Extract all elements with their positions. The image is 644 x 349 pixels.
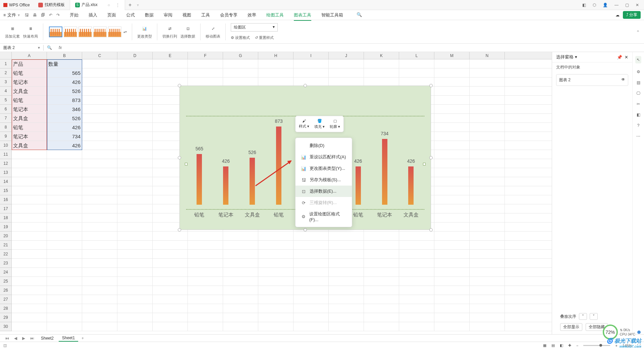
cell[interactable] — [364, 241, 399, 249]
cell[interactable] — [434, 177, 470, 186]
cell[interactable] — [117, 286, 153, 295]
cell[interactable]: 文具盒 — [12, 114, 47, 122]
cell[interactable] — [258, 322, 293, 331]
row-header[interactable]: 28 — [0, 304, 12, 313]
cell[interactable] — [82, 96, 117, 104]
cell[interactable] — [364, 59, 399, 68]
cell[interactable] — [364, 286, 399, 295]
fx-icon[interactable]: fx — [55, 45, 65, 50]
menu-reset-match[interactable]: 📊重设以匹配样式(A) — [296, 151, 352, 163]
cell[interactable]: 526 — [47, 114, 82, 122]
cell[interactable] — [153, 241, 188, 249]
pane-object-item[interactable]: 图表 2 👁 — [556, 74, 628, 86]
cell[interactable] — [470, 313, 505, 322]
cell[interactable]: 426 — [47, 123, 82, 132]
cell[interactable] — [470, 87, 505, 95]
row-header[interactable]: 24 — [0, 268, 12, 277]
cell[interactable] — [223, 277, 258, 286]
tab-insert[interactable]: 插入 — [89, 12, 97, 18]
cell[interactable] — [470, 96, 505, 104]
cell[interactable] — [434, 87, 470, 95]
row-header[interactable]: 16 — [0, 195, 12, 204]
cell[interactable] — [117, 168, 153, 177]
cell[interactable] — [364, 78, 399, 86]
side-help-icon[interactable]: ? — [637, 123, 640, 128]
sheet-nav-first[interactable]: ⏮ — [3, 336, 11, 341]
cell[interactable] — [117, 232, 153, 240]
cell[interactable] — [223, 295, 258, 304]
cell[interactable] — [47, 213, 82, 222]
cell[interactable] — [153, 250, 188, 258]
row-header[interactable]: 8 — [0, 123, 12, 132]
cell[interactable] — [364, 259, 399, 267]
cell[interactable] — [434, 250, 470, 258]
cell[interactable] — [153, 286, 188, 295]
cell[interactable] — [153, 322, 188, 331]
print-icon[interactable]: 🖶 — [33, 13, 37, 17]
cell[interactable] — [12, 177, 47, 186]
cell[interactable] — [293, 250, 329, 258]
cell[interactable] — [47, 304, 82, 313]
cell[interactable] — [82, 186, 117, 195]
cell[interactable] — [434, 78, 470, 86]
side-layer-icon[interactable]: ▤ — [637, 80, 640, 85]
cell[interactable] — [470, 286, 505, 295]
cell[interactable] — [117, 59, 153, 68]
cell[interactable] — [82, 195, 117, 204]
view-normal-icon[interactable]: ▦ — [543, 343, 546, 348]
cell[interactable] — [470, 322, 505, 331]
cell[interactable] — [434, 59, 470, 68]
cell[interactable] — [82, 259, 117, 267]
side-more-icon[interactable]: ⋯ — [636, 134, 640, 139]
view-layout-icon[interactable]: ◧ — [560, 343, 563, 348]
cell[interactable] — [470, 132, 505, 141]
cell[interactable] — [82, 123, 117, 132]
cloud-icon[interactable]: ☁ — [615, 13, 620, 17]
cell[interactable] — [82, 232, 117, 240]
cell[interactable] — [434, 232, 470, 240]
cell[interactable] — [364, 322, 399, 331]
cell[interactable] — [329, 322, 364, 331]
redo-icon[interactable]: ↷ — [56, 13, 60, 17]
cell[interactable] — [399, 232, 434, 240]
cell[interactable] — [117, 177, 153, 186]
cell[interactable] — [364, 268, 399, 277]
new-tab-button[interactable]: + — [125, 2, 135, 8]
sheet-tab[interactable]: Sheet2 — [38, 335, 57, 341]
cell[interactable] — [364, 250, 399, 258]
cell[interactable] — [258, 68, 293, 77]
cell[interactable] — [12, 222, 47, 231]
cell[interactable] — [12, 268, 47, 277]
cell[interactable] — [434, 105, 470, 113]
cell[interactable] — [117, 250, 153, 258]
quick-layout-button[interactable]: ≣快速布局 — [23, 25, 38, 39]
cell[interactable]: 426 — [47, 141, 82, 150]
cell[interactable] — [434, 132, 470, 141]
cell[interactable]: 笔记本 — [12, 132, 47, 141]
cell[interactable] — [434, 259, 470, 267]
cell[interactable] — [117, 159, 153, 168]
cell[interactable] — [117, 268, 153, 277]
tab-chart-tools[interactable]: 图表工具 — [294, 12, 311, 21]
cell[interactable] — [82, 159, 117, 168]
tab-member[interactable]: 会员专享 — [220, 12, 237, 18]
cell[interactable] — [82, 78, 117, 86]
chart-bar[interactable] — [250, 158, 255, 205]
cell[interactable] — [434, 186, 470, 195]
side-display-icon[interactable]: 🖵 — [636, 91, 640, 96]
cancel-fx-icon[interactable]: 🔍 — [44, 45, 55, 50]
cell[interactable] — [293, 322, 329, 331]
cell[interactable] — [258, 277, 293, 286]
cell[interactable] — [47, 241, 82, 249]
cell[interactable] — [470, 141, 505, 150]
cell[interactable] — [117, 241, 153, 249]
cell[interactable] — [470, 241, 505, 249]
cell[interactable] — [399, 286, 434, 295]
name-box[interactable]: 图表 2▾ — [0, 45, 44, 51]
row-header[interactable]: 26 — [0, 286, 12, 295]
row-header[interactable]: 3 — [0, 78, 12, 87]
cell[interactable] — [188, 295, 223, 304]
cell[interactable] — [293, 295, 329, 304]
cell[interactable] — [47, 259, 82, 267]
search-icon[interactable]: 🔍 — [357, 12, 362, 18]
